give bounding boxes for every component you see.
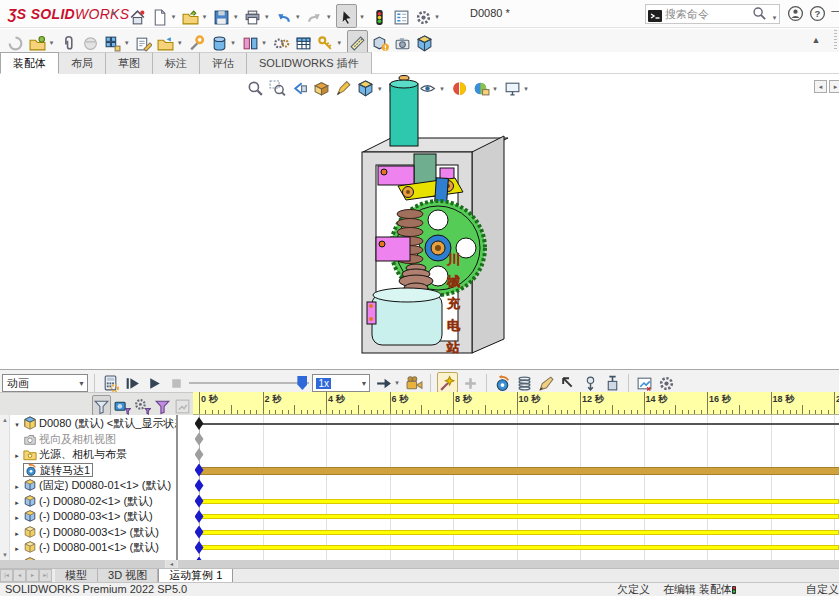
- tree-item[interactable]: 旋转马达1: [11, 463, 176, 479]
- animation-wizard-button[interactable]: [437, 372, 458, 393]
- zoom-to-fit-button[interactable]: [246, 79, 265, 98]
- move-component-button[interactable]: [187, 31, 206, 53]
- filter-selected-button[interactable]: [154, 396, 171, 415]
- tree-item[interactable]: ▸(-) D0080-001<1> (默认): [11, 540, 176, 556]
- options-button[interactable]: [414, 5, 433, 27]
- options-caret[interactable]: ▾: [433, 7, 442, 27]
- tree-item[interactable]: 视向及相机视图: [11, 432, 176, 448]
- tab-markup[interactable]: 标注: [153, 52, 200, 74]
- tree-item[interactable]: ▾D0080 (默认) <默认_显示状态: [11, 416, 176, 432]
- tab-sketch[interactable]: 草图: [106, 52, 153, 74]
- slider-thumb[interactable]: [297, 376, 307, 390]
- tree-vertical-scrollbar[interactable]: ▲ ▼: [0, 415, 10, 560]
- expand-arrow-icon[interactable]: ▸: [11, 479, 23, 494]
- expand-arrow-icon[interactable]: ▸: [11, 510, 23, 525]
- filter-driving-button[interactable]: [134, 396, 151, 415]
- redo-button[interactable]: [305, 5, 324, 27]
- print-button[interactable]: [243, 5, 262, 27]
- open-caret[interactable]: ▾: [200, 7, 209, 27]
- isometric-cube-button[interactable]: [415, 31, 434, 53]
- account-button[interactable]: [786, 4, 805, 23]
- open-button[interactable]: [181, 5, 200, 27]
- key-point[interactable]: [195, 495, 204, 508]
- interference-detection-button[interactable]: [371, 31, 390, 53]
- make-subassembly-button[interactable]: [156, 31, 175, 53]
- filter-animated-button[interactable]: [114, 396, 131, 415]
- component-pattern-caret[interactable]: ▾: [122, 33, 131, 53]
- tree-item[interactable]: ▸(-) D0080-003<1> (默认): [11, 525, 176, 541]
- search-box[interactable]: 搜索命令 ▾: [645, 4, 780, 24]
- redo-caret[interactable]: ▾: [324, 7, 333, 27]
- timeline-row[interactable]: [178, 525, 839, 541]
- bill-of-materials-button[interactable]: [294, 31, 313, 53]
- print-caret[interactable]: ▾: [262, 7, 271, 27]
- file-properties-button[interactable]: [392, 5, 411, 27]
- motor-duration-bar[interactable]: [199, 467, 839, 475]
- tree-item[interactable]: ▸光源、相机与布景: [11, 447, 176, 463]
- key-point[interactable]: [195, 433, 204, 446]
- expand-arrow-icon[interactable]: ▸: [11, 495, 23, 510]
- exploded-view-button[interactable]: [316, 31, 335, 53]
- calculate-button[interactable]: [101, 372, 120, 393]
- toolbar-grip[interactable]: [834, 30, 837, 50]
- tab-solidworks-addins[interactable]: SOLIDWORKS 插件: [247, 52, 372, 74]
- study-type-select[interactable]: 动画▼: [2, 374, 88, 392]
- save-animation-button[interactable]: [405, 372, 424, 393]
- search-caret[interactable]: ▾: [770, 9, 779, 27]
- assembly-model[interactable]: 川械充电站: [340, 74, 520, 369]
- contact-button[interactable]: [559, 372, 578, 393]
- motor-button[interactable]: [493, 372, 512, 393]
- undo-button[interactable]: [274, 5, 293, 27]
- component-pattern-button[interactable]: [103, 31, 122, 53]
- expand-arrow-icon[interactable]: ▸: [11, 448, 23, 463]
- playback-mode-caret[interactable]: ▾: [393, 374, 402, 392]
- select-tool-button[interactable]: [336, 4, 357, 28]
- damper-button[interactable]: [603, 372, 622, 393]
- zoom-to-area-button[interactable]: [268, 79, 287, 98]
- section-view-button[interactable]: [312, 79, 331, 98]
- view-settings-caret[interactable]: ▾: [522, 85, 531, 93]
- rotate-component-button[interactable]: [210, 31, 229, 53]
- timeline-seek-slider[interactable]: [189, 374, 309, 392]
- tab-nav-next-button[interactable]: ▸: [26, 569, 39, 582]
- new-document-button[interactable]: [150, 5, 169, 27]
- tab-3d-views[interactable]: 3D 视图: [98, 569, 158, 583]
- playback-mode-button[interactable]: [374, 372, 393, 393]
- smart-fasteners-button[interactable]: [81, 31, 100, 53]
- help-button[interactable]: ?: [808, 4, 827, 23]
- playback-speed-select[interactable]: 1x▼: [312, 374, 370, 392]
- motion-study-properties-button[interactable]: [657, 372, 676, 393]
- timeline-row[interactable]: [178, 447, 839, 463]
- graphics-viewport[interactable]: 装配体布局草图标注评估SOLIDWORKS 插件 ▾ ▾ ▾ ▾ ▾ ◂▸: [0, 52, 839, 369]
- key-point[interactable]: [195, 417, 204, 430]
- expand-arrow-icon[interactable]: ▾: [11, 417, 23, 432]
- subassembly-caret[interactable]: ▾: [175, 33, 184, 53]
- key-point[interactable]: [195, 541, 204, 554]
- filter-results-button[interactable]: [174, 396, 191, 415]
- collapse-pane-right-icon[interactable]: ▸: [829, 80, 839, 93]
- expand-arrow-icon[interactable]: ▸: [11, 541, 23, 556]
- timeline-row[interactable]: [178, 416, 839, 432]
- exploded-view-caret[interactable]: ▾: [335, 33, 344, 53]
- tree-item[interactable]: ▸(固定) D0080-01<1> (默认): [11, 478, 176, 494]
- collapse-toolbar-button[interactable]: ▲: [806, 32, 826, 48]
- take-snapshot-button[interactable]: [393, 31, 412, 53]
- play-from-start-button[interactable]: [123, 372, 142, 393]
- insert-component-caret[interactable]: ▾: [47, 33, 56, 53]
- change-bar[interactable]: [199, 545, 839, 550]
- scroll-up-icon[interactable]: ▲: [0, 415, 10, 425]
- key-point[interactable]: [195, 510, 204, 523]
- timeline-row[interactable]: [178, 494, 839, 510]
- tab-model[interactable]: 模型: [55, 569, 98, 583]
- change-bar[interactable]: [199, 514, 839, 519]
- key-point[interactable]: [195, 526, 204, 539]
- timeline-row[interactable]: [178, 540, 839, 556]
- show-hidden-components-button[interactable]: [241, 31, 260, 53]
- change-bar[interactable]: [199, 530, 839, 535]
- assembly-features-button[interactable]: [272, 31, 291, 53]
- timeline-pane[interactable]: [178, 415, 839, 560]
- edit-appearance-disabled-button[interactable]: [6, 31, 25, 53]
- timeline-row[interactable]: [178, 509, 839, 525]
- expand-arrow-icon[interactable]: ▸: [11, 526, 23, 541]
- gravity-button[interactable]: [581, 372, 600, 393]
